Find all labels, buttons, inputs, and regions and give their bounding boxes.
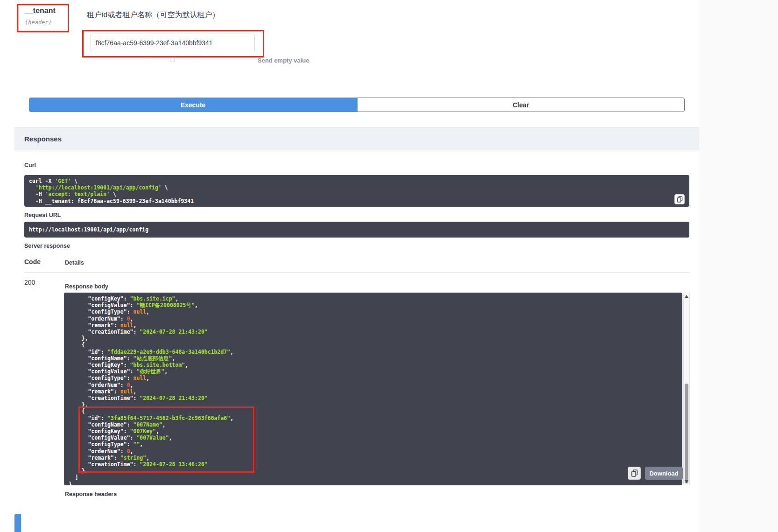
responses-title: Responses: [24, 135, 62, 143]
status-code: 200: [24, 279, 35, 286]
send-empty-value-checkbox[interactable]: [170, 57, 175, 62]
swagger-operation-panel: __tenant (header) 租户id或者租户名称（可空为默认租户） Se…: [0, 0, 778, 532]
parameter-location: (header): [25, 19, 52, 26]
copy-response-button[interactable]: [628, 467, 641, 480]
clipboard-icon: [677, 196, 683, 203]
send-empty-value-label: Send empty value: [258, 57, 309, 64]
page-background-right: [699, 0, 778, 532]
request-url-block: http://localhost:19001/api/app/config: [24, 222, 689, 238]
details-column-header: Details: [65, 259, 84, 266]
execute-button[interactable]: Execute: [29, 98, 357, 112]
response-body-scrollbar[interactable]: [683, 293, 690, 485]
server-response-label: Server response: [24, 243, 70, 249]
annotation-box-tenant-param: __tenant (header): [17, 4, 69, 32]
code-column-header: Code: [24, 258, 41, 266]
copy-curl-button[interactable]: [674, 194, 685, 204]
parameter-name: __tenant: [25, 7, 56, 15]
response-headers-label: Response headers: [65, 491, 117, 497]
annotation-box-tenant-input: [82, 30, 264, 57]
parameter-description: 租户id或者租户名称（可空为默认租户）: [87, 10, 219, 20]
response-body-label: Response body: [65, 283, 108, 290]
next-operation-edge[interactable]: [14, 514, 21, 532]
response-body-json: "configKey": "bbs.site.icp", "configValu…: [64, 293, 682, 490]
clipboard-icon: [631, 469, 638, 477]
curl-label: Curl: [24, 162, 36, 168]
tenant-value-input[interactable]: [91, 34, 255, 52]
scrollbar-thumb[interactable]: [685, 384, 688, 483]
curl-command-text: curl -X 'GET' \ 'http://localhost:19001/…: [24, 175, 689, 207]
request-url-text: http://localhost:19001/api/app/config: [24, 222, 689, 238]
scrollbar-down-arrow-icon[interactable]: [685, 480, 688, 483]
scrollbar-up-arrow-icon[interactable]: [685, 295, 688, 298]
request-url-label: Request URL: [24, 212, 61, 218]
clear-button[interactable]: Clear: [357, 98, 685, 112]
download-button[interactable]: Download: [645, 467, 683, 480]
curl-command-block: curl -X 'GET' \ 'http://localhost:19001/…: [24, 175, 689, 207]
response-body-block: "configKey": "bbs.site.icp", "configValu…: [64, 293, 682, 485]
response-table-divider: [24, 273, 689, 273]
responses-section-header: Responses: [14, 127, 699, 150]
